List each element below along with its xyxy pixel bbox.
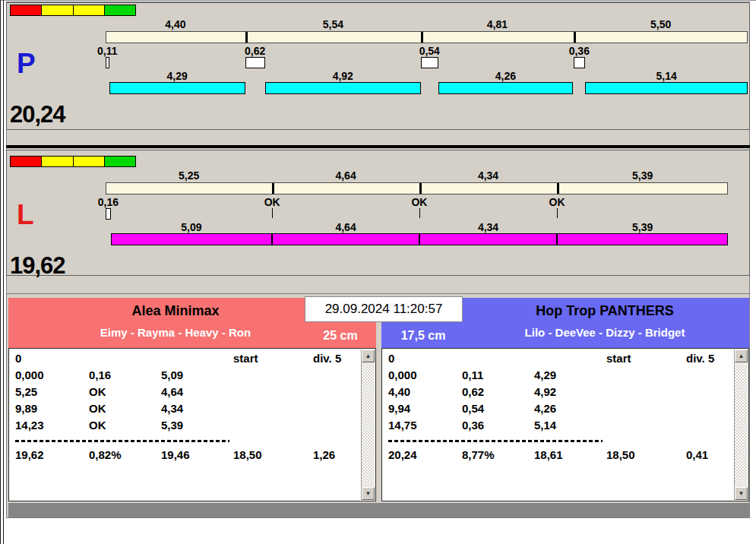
yellow-light: [74, 5, 105, 15]
exchange-time-label: 0,54: [397, 45, 461, 57]
table-scrollbar[interactable]: ▲▼: [734, 349, 748, 500]
scrollbar-down-button[interactable]: ▼: [735, 487, 748, 500]
exchange-ok-tick: [419, 208, 420, 218]
lane-p-content: P20,244,400,114,295,540,624,924,810,544,…: [7, 3, 749, 129]
table-total-cell: 20,24: [388, 448, 417, 461]
red-light: [11, 157, 42, 166]
exchange-box: [574, 57, 585, 68]
results-table-left: 0startdiv. 50,0000,165,095,25OK4,649,89O…: [8, 348, 376, 501]
green-light: [105, 5, 135, 15]
table-cell: 5,09: [161, 368, 183, 381]
lane-total-time: 20,24: [10, 103, 65, 126]
table-cell: 14,75: [388, 419, 417, 432]
segment-tick: [557, 183, 559, 194]
exchange-time-label: 0,62: [223, 45, 287, 57]
table-cell: 0,000: [388, 368, 417, 381]
table-total-cell: 8,77%: [462, 448, 495, 461]
team-members-label: Lilo - DeeVee - Dizzy - Bridget: [460, 326, 749, 340]
run-time-label: 5,09: [160, 221, 223, 233]
segment-time-label: 4,64: [314, 169, 378, 182]
scrollbar-up-button[interactable]: ▲: [362, 349, 375, 362]
exchange-time-label: OK: [387, 196, 451, 208]
segment-time-label: 4,34: [457, 169, 520, 182]
table-cell: 0,62: [462, 385, 484, 398]
table-cell: 4,26: [534, 402, 556, 415]
yellow-light: [42, 157, 73, 166]
cumulative-time-bar: [106, 182, 728, 195]
table-cell: 0,36: [462, 419, 484, 432]
run-time-label: 4,26: [473, 70, 537, 82]
exchange-box: [245, 57, 265, 68]
segment-time-label: 5,39: [611, 169, 675, 182]
scrollbar-up-button[interactable]: ▲: [735, 349, 748, 362]
team-name-label: Alea Minimax: [8, 303, 343, 320]
status-light-bar: [10, 5, 136, 16]
segment-tick: [272, 183, 274, 194]
lane-p-panel: P20,244,400,114,295,540,624,924,810,544,…: [6, 2, 750, 130]
table-header-cell: 0: [15, 352, 21, 365]
team-members-label: Eimy - Rayma - Heavy - Ron: [8, 326, 343, 340]
table-header-cell: 0: [388, 352, 394, 365]
run-time-label: 5,14: [634, 70, 698, 82]
table-cell: 9,94: [388, 402, 410, 415]
table-header-cell: start: [233, 352, 258, 365]
status-light-bar: [10, 156, 136, 167]
table-cell: OK: [89, 419, 106, 432]
jump-height-badge: 17,5 cm: [384, 327, 462, 345]
lane-letter: L: [17, 201, 34, 229]
segment-tick: [574, 32, 576, 43]
lane-total-time: 19,62: [10, 255, 65, 277]
run-time-label: 4,92: [311, 70, 375, 82]
yellow-light: [42, 5, 73, 15]
segment-tick: [421, 32, 423, 43]
team-name-label: Hop Trop PANTHERS: [460, 303, 749, 320]
table-total-cell: 0,41: [686, 448, 708, 461]
scrollbar-down-button[interactable]: ▼: [362, 487, 375, 500]
exchange-box: [106, 208, 111, 220]
segment-time-label: 4,40: [144, 18, 207, 30]
exchange-time-label: 0,16: [76, 196, 140, 208]
run-time-label: 4,29: [145, 70, 209, 82]
table-cell: 4,34: [161, 402, 183, 415]
segment-tick: [419, 183, 422, 194]
exchange-time-label: 0,36: [547, 45, 611, 57]
table-separator-line: [388, 440, 603, 442]
exchange-time-label: OK: [525, 196, 589, 208]
table-cell: 4,64: [161, 385, 183, 398]
table-cell: 5,25: [15, 385, 37, 398]
table-cell: OK: [89, 385, 106, 398]
run-time-bar: [265, 82, 421, 94]
jump-height-badge: 25 cm: [305, 327, 376, 345]
table-scrollbar[interactable]: ▲▼: [361, 349, 375, 500]
run-time-label: 5,39: [611, 221, 675, 233]
table-cell: 0,54: [462, 402, 484, 415]
run-time-bar: [557, 233, 728, 245]
table-cell: 0,16: [89, 368, 111, 381]
segment-tick: [245, 32, 248, 43]
exchange-time-label: 0,11: [75, 45, 139, 57]
table-cell: 0,11: [462, 368, 483, 381]
table-cell: 5,39: [161, 419, 183, 432]
table-total-cell: 0,82%: [89, 448, 122, 461]
table-cell: 4,40: [388, 385, 410, 398]
table-header-cell: start: [606, 352, 631, 365]
segment-time-label: 5,25: [157, 169, 221, 182]
table-cell: 0,000: [15, 368, 44, 381]
run-time-bar: [438, 82, 574, 94]
table-total-cell: 18,50: [233, 448, 262, 461]
table-total-cell: 19,46: [161, 448, 190, 461]
exchange-ok-tick: [272, 208, 273, 218]
lane-l-content: L19,625,250,165,094,64OK4,644,34OK4,345,…: [7, 154, 749, 275]
results-table-right: 0startdiv. 50,0000,114,294,400,624,929,9…: [381, 348, 749, 501]
run-time-label: 4,34: [457, 221, 520, 233]
table-total-cell: 19,62: [15, 448, 44, 461]
screen-edge-line: [0, 0, 4, 544]
exchange-box: [106, 57, 109, 68]
run-time-bar: [111, 233, 273, 245]
results-panel: Alea Minimax Eimy - Rayma - Heavy - Ron …: [6, 293, 750, 518]
table-separator-line: [15, 440, 229, 442]
lane-letter: P: [17, 50, 36, 77]
datetime-label: 29.09.2024 11:20:57: [305, 296, 463, 322]
segment-time-label: 5,54: [301, 18, 365, 30]
table-cell: 5,14: [534, 419, 556, 432]
